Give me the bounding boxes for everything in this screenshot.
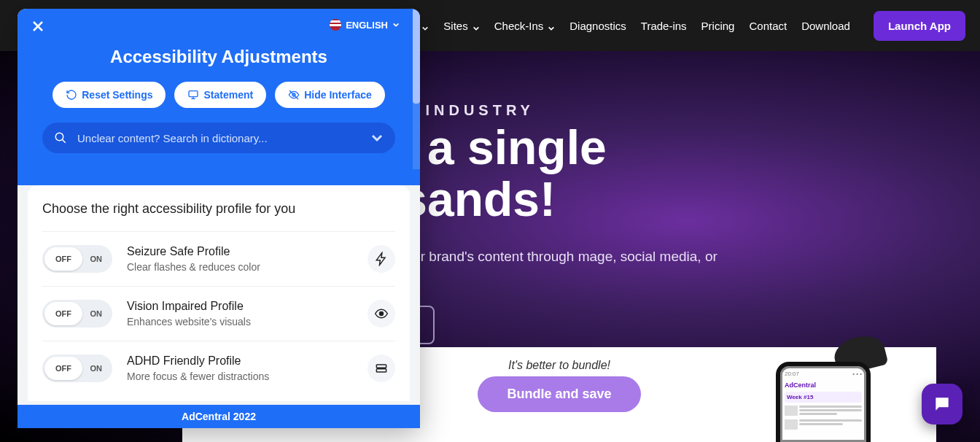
- chevron-down-icon[interactable]: [421, 22, 429, 29]
- profile-desc: Enhances website's visuals: [127, 316, 353, 327]
- profile-adhd-friendly: OFF ON ADHD Friendly Profile More focus …: [42, 341, 395, 395]
- phone-brand: AdCentral: [785, 381, 862, 389]
- svg-line-8: [62, 139, 66, 143]
- accessibility-panel: ENGLISH Accessibility Adjustments Reset …: [18, 9, 420, 428]
- toggle-on-label: ON: [90, 364, 103, 373]
- chat-icon: [933, 395, 952, 414]
- chevron-down-icon: [472, 22, 480, 29]
- search-input[interactable]: [77, 132, 370, 144]
- chevron-down-icon: [392, 21, 400, 28]
- toggle-adhd-friendly[interactable]: OFF ON: [42, 354, 112, 382]
- profile-name: ADHD Friendly Profile: [127, 354, 353, 368]
- toggle-off-label: OFF: [44, 247, 82, 271]
- profile-desc: More focus & fewer distractions: [127, 371, 353, 382]
- card-title: Choose the right accessibility profile f…: [42, 201, 395, 217]
- nav-checkins[interactable]: Check-Ins: [494, 20, 556, 32]
- button-label: Reset Settings: [82, 89, 152, 101]
- nav-items: Sites Check-Ins Diagnostics Trade-ins Pr…: [421, 11, 965, 41]
- nav-download[interactable]: Download: [801, 20, 850, 32]
- monitor-icon: [187, 89, 199, 101]
- svg-rect-10: [376, 365, 386, 368]
- profile-vision-impaired: OFF ON Vision Impaired Profile Enhances …: [42, 286, 395, 341]
- nav-label: Trade-ins: [641, 20, 687, 32]
- toggle-seizure-safe[interactable]: OFF ON: [42, 245, 112, 273]
- bolt-icon: [368, 245, 395, 273]
- panel-scrollbar[interactable]: [413, 9, 420, 169]
- toggle-on-label: ON: [90, 255, 103, 263]
- a11y-title: Accessibility Adjustments: [31, 47, 407, 67]
- chevron-down-icon: [548, 22, 555, 29]
- close-button[interactable]: [31, 19, 45, 34]
- toggle-off-label: OFF: [44, 357, 82, 380]
- close-icon: [31, 19, 45, 34]
- nav-label: Contact: [749, 20, 787, 32]
- svg-rect-11: [376, 369, 386, 372]
- a11y-body[interactable]: Choose the right accessibility profile f…: [18, 185, 420, 405]
- button-label: Statement: [203, 89, 253, 101]
- profile-card: Choose the right accessibility profile f…: [28, 185, 410, 401]
- nav-tradeins[interactable]: Trade-ins: [641, 20, 687, 32]
- search-icon: [54, 131, 67, 144]
- profile-name: Seizure Safe Profile: [127, 245, 353, 258]
- reset-icon: [66, 89, 77, 101]
- nav-diagnostics[interactable]: Diagnostics: [569, 20, 626, 32]
- nav-sites[interactable]: Sites: [443, 20, 479, 32]
- eye-off-icon: [288, 89, 300, 101]
- profile-name: Vision Impaired Profile: [127, 300, 353, 313]
- bundle-save-button[interactable]: Bundle and save: [478, 376, 640, 412]
- phone-mockup: 20:07• • • AdCentral Week #15: [776, 362, 871, 442]
- nav-pricing[interactable]: Pricing: [701, 20, 735, 32]
- profile-desc: Clear flashes & reduces color: [127, 261, 353, 273]
- launch-app-button[interactable]: Launch App: [874, 11, 965, 41]
- nav-label: Pricing: [701, 20, 735, 32]
- phone-week: Week #15: [785, 392, 862, 403]
- flag-us-icon: [330, 19, 341, 31]
- a11y-footer: AdCentral 2022: [18, 405, 420, 428]
- nav-label: Diagnostics: [569, 20, 626, 32]
- profile-seizure-safe: OFF ON Seizure Safe Profile Clear flashe…: [42, 231, 395, 286]
- nav-contact[interactable]: Contact: [749, 20, 787, 32]
- nav-label: Check-Ins: [494, 20, 544, 32]
- bundle-label: It's better to bundle!: [508, 359, 610, 372]
- box-icon: [368, 354, 395, 382]
- svg-point-9: [380, 312, 384, 316]
- nav-label: Download: [801, 20, 850, 32]
- language-selector[interactable]: ENGLISH: [330, 19, 400, 31]
- button-label: Hide Interface: [304, 89, 372, 101]
- eye-icon: [368, 300, 395, 327]
- language-label: ENGLISH: [346, 20, 388, 31]
- statement-button[interactable]: Statement: [174, 82, 266, 108]
- a11y-header: ENGLISH Accessibility Adjustments Reset …: [18, 9, 420, 185]
- chevron-down-icon: [370, 131, 384, 144]
- chat-widget-button[interactable]: [922, 384, 962, 424]
- toggle-off-label: OFF: [44, 302, 82, 325]
- toggle-on-label: ON: [90, 309, 103, 318]
- toggle-vision-impaired[interactable]: OFF ON: [42, 300, 112, 327]
- reset-settings-button[interactable]: Reset Settings: [52, 82, 166, 108]
- svg-point-7: [55, 133, 63, 141]
- svg-rect-2: [189, 91, 198, 97]
- nav-label: Sites: [443, 20, 467, 32]
- dictionary-search[interactable]: [42, 123, 395, 153]
- hide-interface-button[interactable]: Hide Interface: [275, 82, 385, 108]
